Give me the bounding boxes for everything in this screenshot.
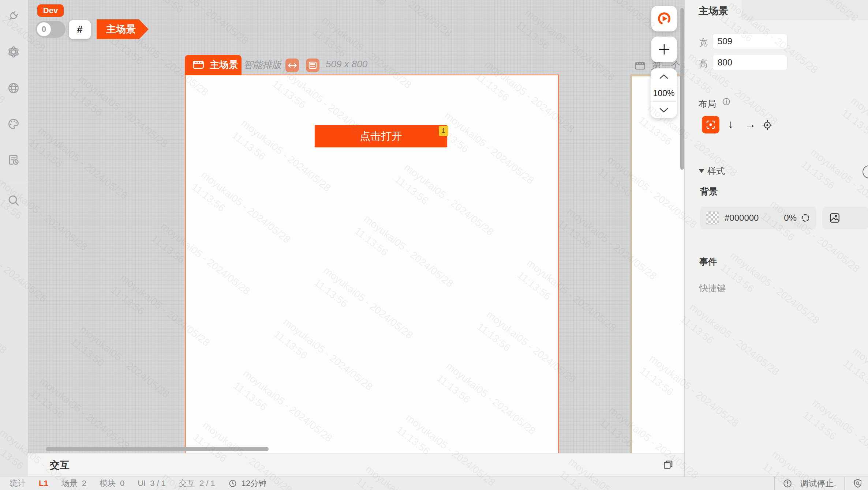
- shield-inspect-icon[interactable]: [853, 478, 863, 489]
- search-icon[interactable]: [6, 193, 21, 208]
- layout-option-vertical[interactable]: ↓: [728, 118, 734, 131]
- play-restart-icon: [656, 10, 673, 27]
- background-color-field[interactable]: #000000 0%: [700, 207, 816, 229]
- layout-option-horizontal[interactable]: →: [745, 118, 756, 131]
- events-section-label: 事件: [699, 256, 717, 268]
- width-input[interactable]: [712, 34, 787, 49]
- add-scene-button[interactable]: [651, 37, 677, 62]
- width-label: 宽: [699, 37, 708, 48]
- properties-panel: 主场景 宽 高 布局 ↓ →: [684, 0, 868, 476]
- info-icon[interactable]: [722, 97, 731, 106]
- plugin-icon[interactable]: [6, 8, 21, 23]
- layout-template-button[interactable]: [306, 59, 319, 72]
- interaction-count-badge: 1: [439, 126, 448, 136]
- background-label: 背景: [700, 186, 718, 197]
- scene-count: 场景2: [61, 478, 86, 489]
- globe-icon[interactable]: [6, 81, 21, 95]
- gear-icon[interactable]: [6, 45, 21, 59]
- style-section-label: 样式: [707, 165, 725, 177]
- transparency-swatch: [706, 211, 719, 225]
- zoom-level[interactable]: 100%: [651, 85, 677, 102]
- height-label: 高: [699, 58, 708, 69]
- arrow-right-icon: →: [745, 118, 756, 131]
- interaction-bar-title: 交互: [50, 459, 70, 472]
- panel-tab-strip: [742, 0, 868, 20]
- tab-main-scene[interactable]: 主场景: [185, 55, 242, 75]
- stats-label: 统计: [10, 478, 26, 489]
- left-toolbar: [0, 0, 28, 476]
- clock-icon: [228, 479, 237, 488]
- status-metrics: 统计 L1 场景2 模块0 UI3 / 1 交互2 / 1 12分钟: [0, 478, 266, 489]
- hash-button[interactable]: #: [69, 20, 91, 39]
- background-opacity-value: 0%: [784, 213, 797, 223]
- plus-icon: [657, 42, 671, 57]
- tab-main-scene-label: 主场景: [210, 59, 238, 71]
- layout-section-label: 布局: [699, 98, 716, 110]
- interaction-bar: 交互: [28, 453, 684, 476]
- clapperboard-icon: [634, 60, 646, 72]
- layout-option-free[interactable]: [702, 116, 719, 133]
- shortcuts-section-label: 快捷键: [699, 282, 726, 294]
- zoom-out-button[interactable]: [651, 101, 677, 118]
- status-divider: [774, 476, 775, 490]
- background-image-field[interactable]: [822, 207, 868, 229]
- vertical-scrollbar[interactable]: [680, 8, 684, 170]
- sidebar-divider: [0, 183, 28, 183]
- debug-status-text: 调试停止.: [800, 478, 836, 489]
- alert-icon: [783, 479, 792, 488]
- time-indicator: 12分钟: [228, 478, 266, 489]
- status-divider: [844, 476, 845, 490]
- clapperboard-icon: [192, 59, 205, 71]
- resize-horizontal-button[interactable]: [285, 59, 299, 72]
- image-icon: [829, 212, 841, 224]
- horizontal-scrollbar[interactable]: [46, 447, 269, 451]
- palette-icon[interactable]: [6, 117, 21, 131]
- artboard-size-label: 509 x 800: [326, 59, 367, 70]
- interaction-count: 交互2 / 1: [179, 478, 215, 489]
- ui-count: UI3 / 1: [138, 479, 166, 488]
- history-file-icon[interactable]: [6, 152, 21, 167]
- dev-toggle[interactable]: 0: [35, 21, 66, 38]
- level-badge: L1: [39, 479, 48, 488]
- chevron-up-icon: [659, 74, 669, 79]
- open-button[interactable]: 点击打开: [315, 125, 447, 147]
- layout-template-icon: [308, 61, 317, 70]
- style-reset-icon[interactable]: [863, 165, 868, 178]
- dev-mode-badge: Dev: [37, 4, 64, 17]
- background-color-value: #000000: [725, 213, 759, 223]
- app-root: 第一个场景 主场景 智能排版 509 x 800: [0, 0, 868, 490]
- crosshair-icon: [762, 119, 773, 131]
- copy-panel-icon[interactable]: [662, 459, 674, 471]
- panel-tab-main-scene[interactable]: 主场景: [699, 4, 728, 18]
- zoom-in-button[interactable]: [651, 68, 677, 85]
- style-collapse-toggle[interactable]: [699, 169, 704, 173]
- opacity-dial-icon: [800, 213, 811, 223]
- toggle-knob: 0: [37, 22, 51, 36]
- layout-option-locate[interactable]: [762, 119, 773, 131]
- zoom-control: 100%: [651, 68, 677, 118]
- arrow-down-icon: ↓: [728, 118, 734, 131]
- module-count: 模块0: [100, 478, 124, 489]
- chevron-down-icon: [659, 107, 669, 113]
- arrow-left-right-icon: [288, 61, 297, 70]
- focus-center-icon: [705, 119, 716, 130]
- preview-play-button[interactable]: [651, 6, 677, 31]
- scene-ribbon[interactable]: 主场景: [97, 19, 149, 39]
- status-debug: 调试停止.: [774, 476, 868, 490]
- tab-smart-layout[interactable]: 智能排版: [243, 59, 281, 71]
- status-bar: 统计 L1 场景2 模块0 UI3 / 1 交互2 / 1 12分钟: [0, 476, 868, 490]
- height-input[interactable]: [712, 55, 787, 70]
